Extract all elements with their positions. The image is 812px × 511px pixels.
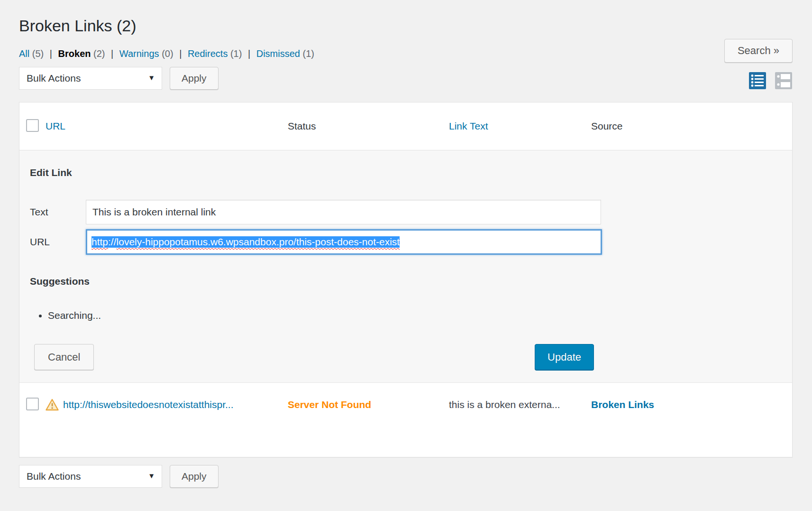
filter-separator: | (179, 48, 182, 59)
edit-panel-buttons: Cancel Update (30, 344, 594, 370)
view-mode-toggle (748, 72, 793, 90)
table-header-row: URL Status Link Text Source (19, 102, 792, 150)
page-title: Broken Links (2) (19, 0, 793, 36)
suggestions-status: Searching... (48, 309, 792, 322)
select-all-cell (19, 119, 46, 134)
filter-links: All (5) | Broken (2) | Warnings (0) | Re… (19, 48, 793, 59)
row-url-cell: http://thiswebsitedoesnotexistatthispr..… (46, 399, 271, 411)
sort-by-url-link[interactable]: URL (46, 121, 65, 131)
filter-item-redirects: Redirects (1) (188, 48, 242, 59)
edit-link-heading: Edit Link (30, 167, 792, 179)
table-row: http://thiswebsitedoesnotexistatthispr..… (19, 383, 792, 427)
filter-item-all: All (5) (19, 48, 44, 59)
link-text-input[interactable] (86, 200, 601, 224)
filter-count: (1) (230, 48, 242, 59)
filter-count: (1) (303, 48, 314, 59)
row-checkbox[interactable] (26, 398, 39, 410)
url-selected-text: http (91, 236, 108, 248)
url-selected-text: lovely-hippopotamus.w6.wpsandbox.pro/thi… (117, 236, 400, 248)
apply-button-bottom[interactable]: Apply (170, 465, 219, 488)
filter-item-broken: Broken (2) (58, 48, 105, 59)
column-header-source: Source (574, 121, 792, 132)
filter-item-warnings: Warnings (0) (119, 48, 173, 59)
filter-separator: | (50, 48, 52, 59)
filter-item-dismissed: Dismissed (1) (256, 48, 314, 59)
excerpt-view-icon[interactable] (775, 72, 793, 90)
suggestions-heading: Suggestions (30, 275, 792, 288)
suggestions-list: Searching... (30, 309, 792, 322)
bulk-actions-selected-value: Bulk Actions (19, 465, 162, 487)
bulk-actions-select[interactable]: Bulk Actions (19, 67, 162, 90)
text-field-label: Text (30, 206, 86, 218)
filter-link-redirects[interactable]: Redirects (188, 48, 228, 59)
links-table: URL Status Link Text Source Edit Link Te… (19, 102, 793, 457)
apply-button[interactable]: Apply (170, 67, 219, 90)
column-header-link-text: Link Text (432, 121, 574, 132)
url-field-row: URL http://lovely-hippopotamus.w6.wpsand… (30, 229, 792, 255)
row-link-text: this is a broken externa... (432, 399, 574, 410)
bulk-actions-selected-value: Bulk Actions (19, 67, 162, 89)
bulk-actions-select-bottom[interactable]: Bulk Actions (19, 465, 162, 488)
inline-edit-panel: Edit Link Text URL http://lovely-hippopo… (19, 150, 792, 383)
filter-link-dismissed[interactable]: Dismissed (256, 48, 300, 59)
column-header-url: URL (46, 121, 271, 132)
filter-link-all[interactable]: All (19, 48, 29, 59)
filter-separator: | (248, 48, 250, 59)
filter-count: (5) (32, 48, 44, 59)
bottom-toolbar: Bulk Actions Apply (19, 465, 793, 488)
sort-by-link-text-link[interactable]: Link Text (449, 121, 488, 131)
warning-icon (46, 399, 59, 411)
filter-count: (0) (162, 48, 173, 59)
search-button[interactable]: Search » (724, 39, 793, 63)
status-badge: Server Not Found (271, 399, 432, 410)
cancel-button[interactable]: Cancel (34, 344, 94, 370)
filter-link-broken[interactable]: Broken (58, 48, 91, 59)
url-selected-text: :// (108, 236, 117, 248)
column-header-status: Status (271, 121, 432, 132)
row-source-cell: Broken Links (574, 399, 792, 410)
broken-url-link[interactable]: http://thiswebsitedoesnotexistatthispr..… (63, 399, 234, 410)
table-empty-space (19, 427, 792, 457)
filter-count: (2) (93, 48, 105, 59)
update-button[interactable]: Update (535, 344, 594, 370)
link-url-input[interactable]: http://lovely-hippopotamus.w6.wpsandbox.… (86, 229, 602, 255)
filter-separator: | (111, 48, 113, 59)
url-field-label: URL (30, 236, 86, 248)
select-all-checkbox[interactable] (26, 119, 39, 132)
filter-link-warnings[interactable]: Warnings (119, 48, 159, 59)
text-field-row: Text (30, 200, 792, 224)
admin-page: Broken Links (2) Search » All (5) | Brok… (19, 0, 793, 488)
row-select-cell (19, 398, 46, 412)
source-link[interactable]: Broken Links (591, 399, 654, 410)
top-toolbar: Bulk Actions Apply (19, 67, 793, 90)
list-view-icon[interactable] (748, 72, 766, 90)
